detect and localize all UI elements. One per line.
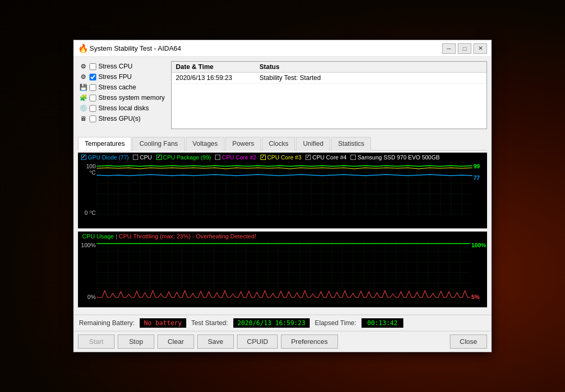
checkbox-stress-cache[interactable]: 💾 Stress cache [78,82,167,93]
log-header: Date & Time Status [172,62,487,73]
temp-y-top: 100 °C [79,163,96,176]
tab-clocks[interactable]: Clocks [262,137,296,151]
log-time: 2020/6/13 16:59:23 [176,74,259,82]
charts-area: ✓ GPU Diode (77) CPU ✓ CPU Package (99) [74,151,491,315]
stress-cache-label: Stress cache [98,84,136,91]
test-started-value: 2020/6/13 16:59:23 [233,318,310,328]
tab-unified[interactable]: Unified [296,137,330,151]
window-title: System Stability Test - AIDA64 [89,44,442,52]
tabs-section: Temperatures Cooling Fans Voltages Power… [74,136,491,151]
checkbox-stress-memory[interactable]: 🧩 Stress system memory [78,93,167,103]
stress-cpu-label: Stress CPU [98,63,132,70]
legend-cpu-core4-label: CPU Core #4 [312,154,346,160]
main-window: 🔥 System Stability Test - AIDA64 ─ □ ✕ ⚙… [73,40,492,352]
elapsed-value: 00:13:42 [361,318,403,328]
minimize-button[interactable]: ─ [442,43,456,54]
button-bar: Start Stop Clear Save CPUID Preferences … [74,331,491,352]
stop-button[interactable]: Stop [118,335,154,349]
legend-cpu-package-label: CPU Package (99) [163,154,211,160]
start-button[interactable]: Start [78,335,115,349]
legend-cpu: CPU [133,154,152,160]
log-row: 2020/6/13 16:59:23 Stability Test: Start… [172,73,487,84]
stress-fpu-label: Stress FPU [98,73,132,80]
stress-gpu-checkbox[interactable] [89,116,96,122]
tab-statistics[interactable]: Statistics [331,137,371,151]
cache-icon: 💾 [79,84,87,91]
legend-cpu-core3: ✓ CPU Core #3 [261,154,301,160]
stress-cache-checkbox[interactable] [89,84,96,91]
checkbox-stress-disks[interactable]: 💿 Stress local disks [78,103,167,113]
stress-memory-label: Stress system memory [98,94,165,101]
usage-chart-svg [97,241,470,301]
log-col1-header: Date & Time [176,63,259,71]
cpuid-button[interactable]: CPUID [237,335,278,349]
maximize-button[interactable]: □ [458,43,471,54]
tab-voltages[interactable]: Voltages [186,137,224,151]
legend-cpu-core3-label: CPU Core #3 [267,154,301,160]
legend-cpu-core4: ✓ CPU Core #4 [306,154,346,160]
legend-cpu-core2: CPU Core #2 [215,154,256,160]
log-panel: Date & Time Status 2020/6/13 16:59:23 St… [171,61,487,129]
cpu-icon: ⚙ [79,63,87,70]
legend-cpu-label: CPU [140,154,152,160]
legend-gpu-diode-label: GPU Diode (77) [88,154,129,160]
battery-label: Remaining Battery: [79,319,134,327]
tab-powers[interactable]: Powers [225,137,261,151]
temp-val-77: 77 [473,175,486,181]
legend-ssd: Samsung SSD 970 EVO 500GB [351,154,439,160]
log-col2-header: Status [259,63,482,71]
title-bar: 🔥 System Stability Test - AIDA64 ─ □ ✕ [74,40,491,57]
temperature-chart: ✓ GPU Diode (77) CPU ✓ CPU Package (99) [78,153,487,228]
tab-temperatures[interactable]: Temperatures [78,137,131,151]
battery-value: No battery [140,318,186,328]
tab-cooling-fans[interactable]: Cooling Fans [132,137,185,151]
close-window-button[interactable]: Close [450,335,487,349]
checkbox-stress-cpu[interactable]: ⚙ Stress CPU [78,61,167,72]
app-icon: 🔥 [78,44,86,53]
stress-fpu-checkbox[interactable] [89,74,96,80]
tabs-bar: Temperatures Cooling Fans Voltages Power… [78,136,487,151]
stress-cpu-checkbox[interactable] [89,63,96,70]
memory-icon: 🧩 [79,94,87,101]
legend-cpu-core2-label: CPU Core #2 [222,154,256,160]
legend-ssd-label: Samsung SSD 970 EVO 500GB [357,154,439,160]
stress-disks-checkbox[interactable] [89,105,96,112]
close-button[interactable]: ✕ [473,43,487,54]
window-controls: ─ □ ✕ [442,43,487,54]
legend-cpu-package: ✓ CPU Package (99) [156,154,211,160]
clear-button[interactable]: Clear [157,335,194,349]
stress-options-panel: ⚙ Stress CPU ⚙ Stress FPU 💾 Stress cache… [78,61,167,129]
status-bar: Remaining Battery: No battery Test Start… [74,315,491,331]
svg-rect-0 [97,162,472,217]
svg-rect-1 [97,241,470,301]
gpu-icon: 🖥 [79,115,87,122]
usage-chart: CPU Usage | CPU Throttling (max: 23%) - … [78,232,487,307]
temperature-chart-svg [97,162,472,217]
disk-icon: 💿 [79,105,87,112]
preferences-button[interactable]: Preferences [281,335,337,349]
temp-val-99: 99 [473,163,486,169]
temp-y-bottom: 0 °C [79,210,96,216]
log-status: Stability Test: Started [259,74,482,82]
usage-y-top: 100% [79,242,96,248]
legend-gpu-diode: ✓ GPU Diode (77) [81,154,129,160]
stress-memory-checkbox[interactable] [89,95,96,101]
usage-y-bottom: 0% [79,294,96,300]
usage-val-5: 5% [471,294,486,300]
checkbox-stress-fpu[interactable]: ⚙ Stress FPU [78,72,167,82]
save-button[interactable]: Save [197,335,234,349]
main-content: ⚙ Stress CPU ⚙ Stress FPU 💾 Stress cache… [74,57,491,133]
checkbox-stress-gpu[interactable]: 🖥 Stress GPU(s) [78,113,167,124]
usage-chart-title-green: CPU Usage [82,233,114,239]
stress-gpu-label: Stress GPU(s) [98,115,141,122]
elapsed-label: Elapsed Time: [315,319,356,327]
stress-disks-label: Stress local disks [98,105,149,112]
fpu-icon: ⚙ [79,73,87,80]
test-started-label: Test Started: [191,319,228,327]
usage-val-100: 100% [471,242,486,248]
usage-chart-title-red: CPU Throttling (max: 23%) - Overheating … [119,233,256,239]
